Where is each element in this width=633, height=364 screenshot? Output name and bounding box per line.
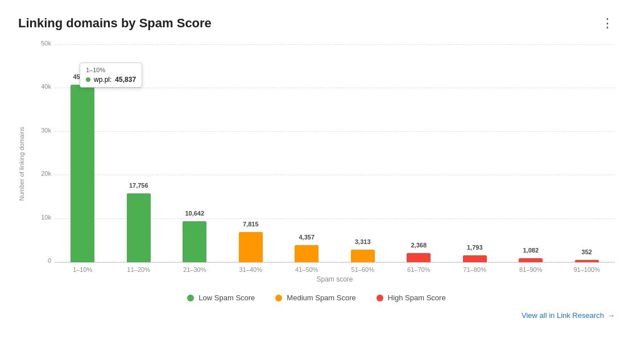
bar-group[interactable]: 3,313 — [335, 44, 391, 262]
legend-label: Medium Spam Score — [287, 293, 355, 302]
x-label: 71–80% — [447, 263, 503, 273]
view-all-link[interactable]: View all in Link Research → — [522, 311, 615, 320]
bar-group[interactable]: 1,793 — [447, 44, 503, 262]
grid-and-bars: 50k40k30k20k10k0 45,83717,75610,6427,815… — [30, 44, 615, 262]
legend-item: Medium Spam Score — [275, 293, 355, 302]
legend-item: High Spam Score — [377, 293, 446, 302]
chart-area: Number of linking domains 50k40k30k20k10… — [18, 44, 615, 283]
grid-label: 40k — [30, 83, 51, 90]
card: Linking domains by Spam Score ⋮ Number o… — [0, 0, 633, 364]
chart-inner: 50k40k30k20k10k0 45,83717,75610,6427,815… — [30, 44, 615, 283]
x-label: 31–40% — [223, 263, 279, 273]
grid-label: 50k — [30, 40, 51, 47]
legend-label: High Spam Score — [388, 293, 446, 302]
bar: 352 — [575, 260, 599, 262]
footer-link-text: View all in Link Research — [522, 311, 604, 320]
bar-value: 1,082 — [514, 247, 548, 254]
bar: 3,313 — [351, 250, 375, 262]
x-label: 51–60% — [335, 263, 391, 273]
x-label: 41–50% — [279, 263, 335, 273]
legend-label: Low Spam Score — [198, 293, 255, 302]
bar-group[interactable]: 352 — [559, 44, 615, 262]
bar-value: 3,313 — [346, 238, 380, 245]
legend-dot — [377, 295, 383, 301]
bar-value: 4,357 — [289, 234, 324, 241]
legend-item: Low Spam Score — [187, 293, 255, 302]
bar: 4,357 — [295, 245, 318, 262]
grid-label: 20k — [30, 170, 51, 177]
legend-dot — [275, 295, 282, 301]
bar: 2,368 — [407, 253, 431, 262]
bar-value: 352 — [570, 249, 604, 255]
y-axis-label: Number of linking domains — [18, 127, 25, 201]
bar-group[interactable]: 17,756 — [111, 44, 167, 262]
more-options-icon[interactable]: ⋮ — [601, 16, 615, 31]
bar-value: 17,756 — [122, 182, 156, 189]
bar-group[interactable]: 45,837 — [55, 44, 111, 262]
x-axis-title: Spam score — [55, 275, 615, 283]
legend-dot — [187, 295, 194, 301]
grid-label: 30k — [30, 127, 51, 134]
bar-group[interactable]: 2,368 — [391, 44, 447, 262]
bar-value: 7,815 — [234, 221, 268, 228]
bar: 17,756 — [127, 193, 151, 262]
card-title: Linking domains by Spam Score — [18, 16, 212, 31]
bar: 45,837 — [71, 85, 94, 262]
bar-value: 10,642 — [177, 210, 212, 217]
bar-group[interactable]: 7,815 — [223, 44, 279, 262]
bars-container: 45,83717,75610,6427,8154,3573,3132,3681,… — [55, 44, 615, 262]
bar-group[interactable]: 10,642 — [167, 44, 223, 262]
bar: 7,815 — [239, 232, 263, 262]
bar: 1,793 — [463, 255, 487, 262]
x-label: 11–20% — [111, 263, 167, 273]
bar: 1,082 — [519, 258, 543, 262]
grid-label: 0 — [30, 257, 51, 264]
bar-value: 2,368 — [402, 242, 436, 249]
x-label: 91–100% — [559, 263, 615, 273]
x-labels: 1–10%11–20%21–30%31–40%41–50%51–60%61–70… — [55, 262, 615, 273]
footer-arrow-icon: → — [607, 311, 615, 320]
x-label: 81–90% — [503, 263, 559, 273]
card-header: Linking domains by Spam Score ⋮ — [18, 16, 615, 31]
grid-label: 10k — [30, 214, 51, 221]
legend: Low Spam ScoreMedium Spam ScoreHigh Spam… — [18, 293, 615, 302]
bar-group[interactable]: 1,082 — [503, 44, 559, 262]
bar: 10,642 — [183, 221, 206, 262]
x-label: 61–70% — [391, 263, 447, 273]
bar-group[interactable]: 4,357 — [279, 44, 335, 262]
footer: View all in Link Research → — [18, 311, 615, 320]
bar-value: 1,793 — [458, 244, 492, 251]
x-label: 21–30% — [167, 263, 223, 273]
bar-value: 45,837 — [65, 73, 100, 80]
x-label: 1–10% — [55, 263, 111, 273]
